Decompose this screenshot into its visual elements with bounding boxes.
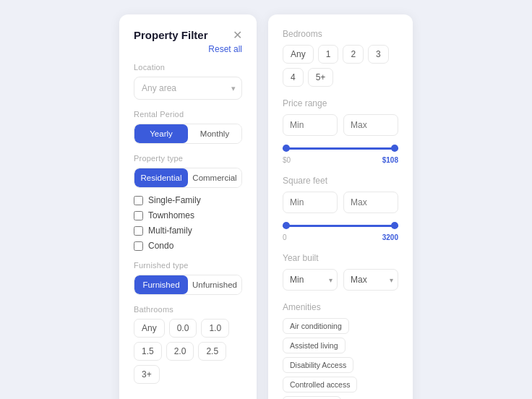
price-range-section: Price range $0 $108 [283, 98, 398, 164]
bedrooms-grid: Any 1 2 3 4 5+ [283, 45, 398, 87]
bath-25-button[interactable]: 2.5 [198, 342, 226, 361]
bathrooms-section: Bathrooms Any 0.0 1.0 1.5 2.0 2.5 3+ [134, 305, 242, 384]
bed-5plus-button[interactable]: 5+ [308, 68, 334, 87]
sqft-min-input[interactable] [283, 192, 338, 213]
location-select[interactable]: Any area [134, 77, 242, 100]
price-max-input[interactable] [343, 114, 398, 136]
price-slider-thumb-right[interactable] [391, 145, 398, 152]
monthly-button[interactable]: Monthly [188, 124, 241, 143]
property-type-checkboxes: Single-Family Townhomes Multi-family Con… [134, 195, 242, 251]
price-max-label: $108 [382, 156, 398, 164]
condo-checkbox[interactable]: Condo [134, 241, 242, 251]
price-slider-track [283, 147, 398, 150]
amenities-section: Amenities Air conditioningAssisted livin… [283, 302, 398, 399]
amenity-tag-2[interactable]: Disability Access [283, 357, 353, 373]
location-select-wrapper: Any area ▾ [134, 77, 242, 100]
bath-3plus-button[interactable]: 3+ [134, 365, 160, 384]
bed-3-button[interactable]: 3 [368, 45, 389, 64]
price-min-input[interactable] [283, 114, 338, 136]
sqft-max-input[interactable] [343, 192, 398, 213]
sqft-slider-labels: 0 3200 [283, 233, 398, 241]
property-type-label: Property type [134, 154, 242, 163]
price-range-label: Price range [283, 98, 398, 108]
bedrooms-label: Bedrooms [283, 29, 398, 39]
bathrooms-label: Bathrooms [134, 305, 242, 314]
rental-period-label: Rental Period [134, 110, 242, 119]
price-slider[interactable] [283, 142, 398, 155]
price-slider-labels: $0 $108 [283, 156, 398, 164]
price-slider-thumb-left[interactable] [283, 145, 290, 152]
sqft-max-label: 3200 [382, 233, 398, 241]
year-built-section: Year built Min ▾ Max ▾ [283, 253, 398, 291]
year-built-label: Year built [283, 253, 398, 263]
sqft-range-inputs [283, 192, 398, 213]
sqft-slider-thumb-left[interactable] [283, 222, 290, 229]
yearly-button[interactable]: Yearly [134, 124, 188, 143]
amenity-tag-0[interactable]: Air conditioning [283, 318, 349, 334]
property-type-toggle: Residential Commercial [134, 168, 242, 188]
multi-family-checkbox[interactable]: Multi-family [134, 226, 242, 236]
sqft-slider-track [283, 225, 398, 227]
bath-20-button[interactable]: 2.0 [166, 342, 194, 361]
amenity-tag-4[interactable]: Cable Ready [283, 396, 341, 399]
square-feet-section: Square feet 0 3200 [283, 176, 398, 241]
bath-any-button[interactable]: Any [134, 319, 165, 338]
townhomes-checkbox[interactable]: Townhomes [134, 210, 242, 220]
furnished-type-label: Furnished type [134, 261, 242, 270]
furnished-button[interactable]: Furnished [134, 275, 188, 294]
furnished-type-toggle: Furnished Unfurnished [134, 275, 242, 295]
furnished-type-section: Furnished type Furnished Unfurnished [134, 261, 242, 295]
year-max-select[interactable]: Max [343, 269, 398, 291]
condo-input[interactable] [134, 241, 143, 251]
rental-period-toggle: Yearly Monthly [134, 124, 242, 144]
left-panel: Property Filter ✕ Reset all Location Any… [119, 14, 257, 399]
sqft-slider[interactable] [283, 219, 398, 232]
bed-2-button[interactable]: 2 [343, 45, 364, 64]
unfurnished-button[interactable]: Unfurnished [188, 275, 241, 294]
single-family-input[interactable] [134, 196, 143, 205]
bath-00-button[interactable]: 0.0 [169, 319, 197, 338]
right-panel: Bedrooms Any 1 2 3 4 5+ Price range [268, 14, 413, 399]
bed-1-button[interactable]: 1 [318, 45, 339, 64]
close-button[interactable]: ✕ [233, 30, 242, 41]
property-type-section: Property type Residential Commercial Sin… [134, 154, 242, 251]
bedrooms-section: Bedrooms Any 1 2 3 4 5+ [283, 29, 398, 87]
bath-10-button[interactable]: 1.0 [201, 319, 229, 338]
year-max-wrapper: Max ▾ [343, 269, 398, 291]
panel-title: Property Filter [134, 29, 208, 41]
bathrooms-grid: Any 0.0 1.0 1.5 2.0 2.5 3+ [134, 319, 242, 384]
multi-family-input[interactable] [134, 226, 143, 236]
bed-any-button[interactable]: Any [283, 45, 314, 64]
sqft-slider-fill [283, 225, 398, 227]
year-min-select[interactable]: Min [283, 269, 338, 291]
residential-button[interactable]: Residential [134, 168, 188, 187]
panel-header: Property Filter ✕ [134, 29, 242, 41]
single-family-checkbox[interactable]: Single-Family [134, 195, 242, 205]
year-selects: Min ▾ Max ▾ [283, 269, 398, 291]
price-min-label: $0 [283, 156, 291, 164]
location-section: Location Any area ▾ [134, 63, 242, 100]
commercial-button[interactable]: Commercial [188, 168, 241, 187]
amenity-tag-3[interactable]: Controlled access [283, 377, 357, 392]
square-feet-label: Square feet [283, 176, 398, 186]
price-slider-fill [283, 147, 398, 150]
rental-period-section: Rental Period Yearly Monthly [134, 110, 242, 144]
sqft-slider-thumb-right[interactable] [391, 222, 398, 229]
location-label: Location [134, 63, 242, 72]
price-range-inputs [283, 114, 398, 136]
sqft-min-label: 0 [283, 233, 287, 241]
bath-15-button[interactable]: 1.5 [134, 342, 162, 361]
townhomes-input[interactable] [134, 211, 143, 220]
amenity-tag-1[interactable]: Assisted living [283, 338, 346, 353]
amenities-grid: Air conditioningAssisted livingDisabilit… [283, 318, 398, 399]
year-min-wrapper: Min ▾ [283, 269, 338, 291]
bed-4-button[interactable]: 4 [283, 68, 304, 87]
reset-link[interactable]: Reset all [208, 44, 242, 54]
amenities-label: Amenities [283, 302, 398, 312]
